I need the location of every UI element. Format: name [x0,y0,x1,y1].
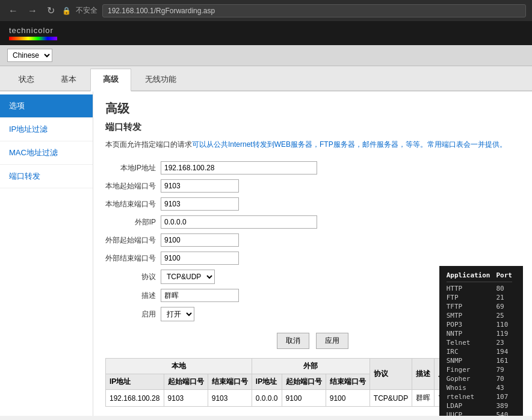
logo-area: technicolor [9,26,57,40]
port-app: FTP [445,293,495,302]
row-protocol: TCP&UDP [370,390,412,407]
cancel-button[interactable]: 取消 [277,333,309,349]
port-num: 21 [495,293,518,302]
col-local-end: 结束端口号 [208,374,252,390]
port-app: Telnet [445,338,495,347]
col-local-start: 起始端口号 [164,374,208,390]
tab-wireless[interactable]: 无线功能 [132,69,189,90]
label-local-ip: 本地IP地址 [105,159,161,177]
port-num: 119 [495,329,518,338]
app-header: technicolor [0,21,532,45]
form-table: 本地IP地址 本地起始端口号 本地结束端口号 外部IP 外部起始端口号 外部结束… [105,159,322,324]
port-num: 25 [495,311,518,320]
content-area: 高级 端口转发 本页面允许指定端口的请求可以从公共Internet转发到WEB服… [93,91,532,416]
port-ref-row: SNMP 161 [445,356,517,365]
port-ref-row: POP3 110 [445,320,517,329]
language-bar: Chinese English [0,45,532,66]
port-num: 194 [495,347,518,356]
port-ref-row: SMTP 25 [445,311,517,320]
label-ext-ip: 外部IP [105,213,161,231]
port-ref-row: Gopher 70 [445,374,517,383]
port-ref-row: UUCP 540 [445,410,517,416]
label-enabled: 启用 [105,304,161,324]
input-ext-ip[interactable] [161,215,317,229]
group-header-external: 外部 [252,359,370,374]
port-num: 540 [495,410,518,416]
label-local-end-port: 本地结束端口号 [105,195,161,213]
input-ext-end-port[interactable] [161,252,239,265]
input-local-ip[interactable] [161,161,317,174]
brand-name: technicolor [9,26,57,35]
back-button[interactable]: ← [6,4,20,17]
section-title: 端口转发 [105,122,520,133]
port-reference-table: Application Port HTTP 80 FTP 21 TFTP 69 [439,266,523,416]
reload-button[interactable]: ↻ [45,4,57,17]
port-app: HTTP [445,284,495,293]
rainbow-logo [9,37,57,40]
port-app: Finger [445,365,495,374]
row-ext-start: 9100 [282,390,326,407]
port-ref-row: HTTP 80 [445,284,517,293]
port-app: SMTP [445,311,495,320]
port-app: Whois [445,383,495,392]
port-app: NNTP [445,329,495,338]
tab-advanced[interactable]: 高级 [90,69,131,91]
port-ref-row: LDAP 389 [445,401,517,410]
label-protocol: 协议 [105,267,161,286]
label-local-start-port: 本地起始端口号 [105,177,161,195]
row-local-end: 9103 [208,390,252,407]
port-num: 110 [495,320,518,329]
port-app: SNMP [445,356,495,365]
sidebar: 选项 IP地址过滤 MAC地址过滤 端口转发 [0,91,93,416]
page-title: 高级 [105,100,520,117]
port-num: 23 [495,338,518,347]
row-local-start: 9103 [164,390,208,407]
apply-button[interactable]: 应用 [316,333,348,349]
port-app: UUCP [445,410,495,416]
port-app: POP3 [445,320,495,329]
input-description[interactable] [161,289,239,302]
tab-bar: 状态 基本 高级 无线功能 [0,66,532,91]
port-ref-row: rtelnet 107 [445,392,517,401]
address-bar[interactable]: 192.168.100.1/RgForwarding.asp [102,4,526,17]
port-ref-app-header: Application [445,271,495,280]
port-ref-row: Whois 43 [445,383,517,392]
input-ext-start-port[interactable] [161,233,239,247]
port-ref-row: Finger 79 [445,365,517,374]
label-ext-end-port: 外部结束端口号 [105,249,161,267]
sidebar-item-mac-filter[interactable]: MAC地址过滤 [0,141,93,165]
tab-status[interactable]: 状态 [6,69,47,90]
col-header-protocol: 协议 [370,359,412,390]
sidebar-item-port-forward[interactable]: 端口转发 [0,165,93,188]
select-enabled[interactable]: 打开 关闭 [161,307,194,321]
col-local-ip: IP地址 [106,374,164,390]
forward-button[interactable]: → [25,4,40,17]
col-ext-start: 起始端口号 [282,374,326,390]
port-num: 107 [495,392,518,401]
browser-bar: ← → ↻ 🔒 不安全 192.168.100.1/RgForwarding.a… [0,0,532,21]
language-select[interactable]: Chinese English [7,49,52,62]
input-local-end-port[interactable] [161,197,239,211]
port-ref-row: TFTP 69 [445,302,517,311]
description-text: 本页面允许指定端口的请求可以从公共Internet转发到WEB服务器，FTP服务… [105,139,520,150]
port-ref-row: FTP 21 [445,293,517,302]
sidebar-item-ip-filter[interactable]: IP地址过滤 [0,118,93,141]
row-ext-ip: 0.0.0.0 [252,390,282,407]
group-header-local: 本地 [106,359,252,374]
port-ref-row: IRC 194 [445,347,517,356]
select-protocol[interactable]: TCP&UDP TCP UDP [161,270,215,284]
port-app: Gopher [445,374,495,383]
port-app: rtelnet [445,392,495,401]
desc-link[interactable]: 可以从公共Internet转发到WEB服务器，FTP服务器，邮件服务器，等等。常… [192,140,507,149]
port-num: 69 [495,302,518,311]
port-num: 80 [495,284,518,293]
main-layout: 选项 IP地址过滤 MAC地址过滤 端口转发 高级 端口转发 本页面允许指定端口… [0,91,532,416]
col-ext-end: 结束端口号 [326,374,370,390]
port-ref-port-header: Port [495,271,518,280]
input-local-start-port[interactable] [161,179,239,193]
col-header-desc: 描述 [412,359,435,390]
tab-basic[interactable]: 基本 [48,69,89,90]
sidebar-item-options[interactable]: 选项 [0,94,93,118]
label-description: 描述 [105,286,161,304]
port-num: 43 [495,383,518,392]
